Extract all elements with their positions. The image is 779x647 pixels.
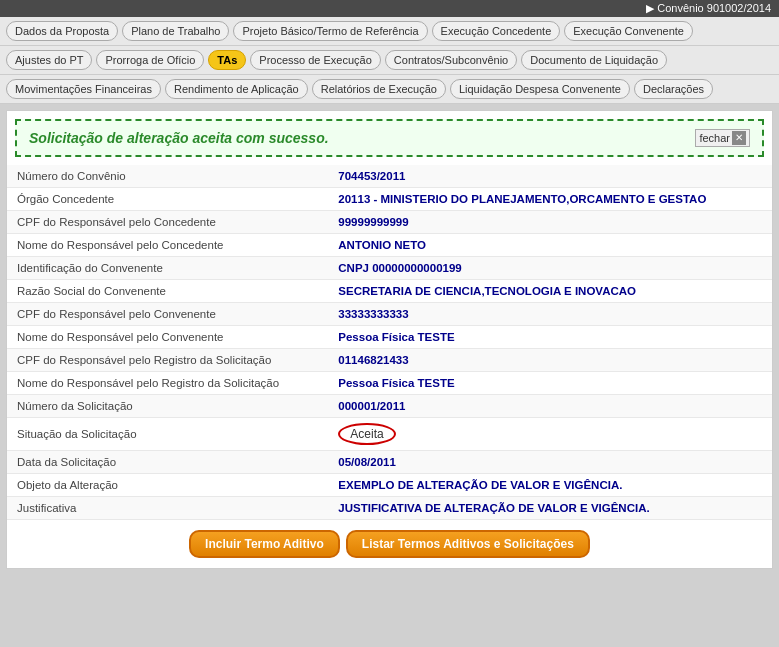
field-value: SECRETARIA DE CIENCIA,TECNOLOGIA E INOVA… [328,280,772,303]
table-row: Razão Social do ConvenenteSECRETARIA DE … [7,280,772,303]
field-label: Número do Convênio [7,165,328,188]
nav2-tab-3[interactable]: Processo de Execução [250,50,381,70]
table-row: CPF do Responsável pelo Registro da Soli… [7,349,772,372]
field-label: CPF do Responsável pelo Concedente [7,211,328,234]
listar-termos-button[interactable]: Listar Termos Aditivos e Solicitações [346,530,590,558]
nav2-tab-2[interactable]: TAs [208,50,246,70]
table-row: Nome do Responsável pelo ConcedenteANTON… [7,234,772,257]
table-row: Objeto da AlteraçãoEXEMPLO DE ALTERAÇÃO … [7,474,772,497]
field-value: 000001/2011 [328,395,772,418]
table-row: Nome do Responsável pelo ConvenentePesso… [7,326,772,349]
table-row: Identificação do ConvenenteCNPJ 00000000… [7,257,772,280]
bottom-buttons: Incluir Termo Aditivo Listar Termos Adit… [7,520,772,568]
incluir-termo-button[interactable]: Incluir Termo Aditivo [189,530,340,558]
nav3-tab-2[interactable]: Relatórios de Execução [312,79,446,99]
close-button[interactable]: fechar ✕ [695,129,750,147]
field-value: JUSTIFICATIVA DE ALTERAÇÃO DE VALOR E VI… [328,497,772,520]
field-value: Pessoa Física TESTE [328,372,772,395]
field-value: CNPJ 00000000000199 [328,257,772,280]
field-label: Justificativa [7,497,328,520]
nav2-tab-0[interactable]: Ajustes do PT [6,50,92,70]
table-row: JustificativaJUSTIFICATIVA DE ALTERAÇÃO … [7,497,772,520]
nav2-tab-5[interactable]: Documento de Liquidação [521,50,667,70]
field-label: Objeto da Alteração [7,474,328,497]
table-row: Número da Solicitação000001/2011 [7,395,772,418]
nav-row-1: Dados da PropostaPlano de TrabalhoProjet… [0,17,779,46]
table-row: CPF do Responsável pelo Convenente333333… [7,303,772,326]
main-content: Solicitação de alteração aceita com suce… [6,110,773,569]
success-banner: Solicitação de alteração aceita com suce… [15,119,764,157]
table-row: Situação da SolicitaçãoAceita [7,418,772,451]
table-row: Data da Solicitação05/08/2011 [7,451,772,474]
nav-row-2: Ajustes do PTProrroga de OfícioTAsProces… [0,46,779,75]
data-table: Número do Convênio704453/2011Órgão Conce… [7,165,772,520]
nav1-tab-3[interactable]: Execução Concedente [432,21,561,41]
close-label: fechar [699,132,730,144]
field-value: EXEMPLO DE ALTERAÇÃO DE VALOR E VIGÊNCIA… [328,474,772,497]
field-value: Aceita [328,418,772,451]
field-label: Situação da Solicitação [7,418,328,451]
field-label: Órgão Concedente [7,188,328,211]
nav3-tab-0[interactable]: Movimentações Financeiras [6,79,161,99]
success-message: Solicitação de alteração aceita com suce… [29,130,329,146]
status-badge: Aceita [338,423,395,445]
convenio-label: ▶ Convênio 901002/2014 [646,2,771,14]
field-label: Razão Social do Convenente [7,280,328,303]
field-label: Data da Solicitação [7,451,328,474]
nav1-tab-4[interactable]: Execução Convenente [564,21,693,41]
nav3-tab-3[interactable]: Liquidação Despesa Convenente [450,79,630,99]
field-value: 33333333333 [328,303,772,326]
field-label: Identificação do Convenente [7,257,328,280]
close-icon: ✕ [732,131,746,145]
nav1-tab-2[interactable]: Projeto Básico/Termo de Referência [233,21,427,41]
nav1-tab-1[interactable]: Plano de Trabalho [122,21,229,41]
field-value: 01146821433 [328,349,772,372]
nav-row-3: Movimentações FinanceirasRendimento de A… [0,75,779,104]
field-label: CPF do Responsável pelo Registro da Soli… [7,349,328,372]
nav3-tab-1[interactable]: Rendimento de Aplicação [165,79,308,99]
nav2-tab-1[interactable]: Prorroga de Ofício [96,50,204,70]
field-value: 99999999999 [328,211,772,234]
table-row: Órgão Concedente20113 - MINISTERIO DO PL… [7,188,772,211]
nav2-tab-4[interactable]: Contratos/Subconvênio [385,50,517,70]
table-row: Nome do Responsável pelo Registro da Sol… [7,372,772,395]
field-value: Pessoa Física TESTE [328,326,772,349]
field-label: CPF do Responsável pelo Convenente [7,303,328,326]
field-label: Nome do Responsável pelo Concedente [7,234,328,257]
field-value: 20113 - MINISTERIO DO PLANEJAMENTO,ORCAM… [328,188,772,211]
table-row: Número do Convênio704453/2011 [7,165,772,188]
field-label: Nome do Responsável pelo Registro da Sol… [7,372,328,395]
table-row: CPF do Responsável pelo Concedente999999… [7,211,772,234]
field-value: 05/08/2011 [328,451,772,474]
field-label: Nome do Responsável pelo Convenente [7,326,328,349]
field-label: Número da Solicitação [7,395,328,418]
top-bar: ▶ Convênio 901002/2014 [0,0,779,17]
nav3-tab-4[interactable]: Declarações [634,79,713,99]
nav1-tab-0[interactable]: Dados da Proposta [6,21,118,41]
field-value: 704453/2011 [328,165,772,188]
field-value: ANTONIO NETO [328,234,772,257]
